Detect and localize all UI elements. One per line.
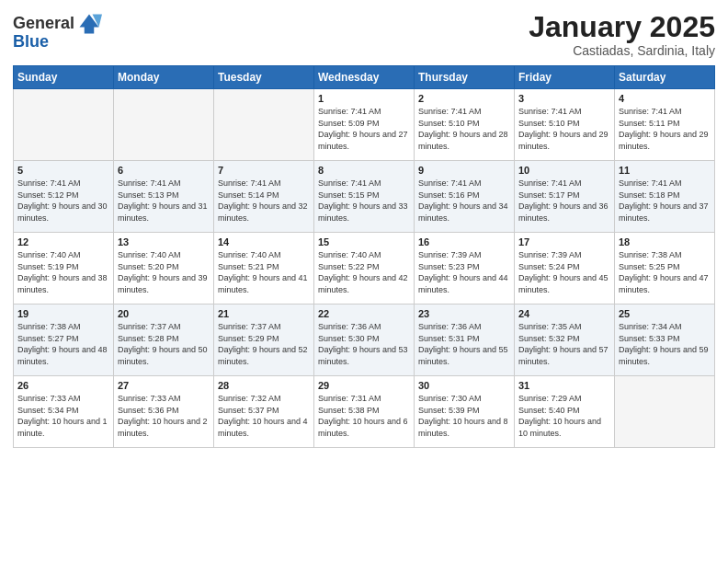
calendar-cell: 10Sunrise: 7:41 AM Sunset: 5:17 PM Dayli… (515, 161, 615, 233)
calendar-cell: 17Sunrise: 7:39 AM Sunset: 5:24 PM Dayli… (515, 233, 615, 304)
weekday-header-thursday: Thursday (415, 66, 515, 89)
day-info: Sunrise: 7:41 AM Sunset: 5:10 PM Dayligh… (518, 106, 610, 152)
day-info: Sunrise: 7:36 AM Sunset: 5:31 PM Dayligh… (418, 321, 510, 367)
weekday-header-row: SundayMondayTuesdayWednesdayThursdayFrid… (14, 66, 715, 89)
calendar-cell: 16Sunrise: 7:39 AM Sunset: 5:23 PM Dayli… (415, 233, 515, 304)
day-info: Sunrise: 7:35 AM Sunset: 5:32 PM Dayligh… (518, 321, 610, 367)
logo-icon (76, 11, 102, 37)
weekday-header-sunday: Sunday (14, 66, 114, 89)
day-number: 3 (518, 93, 610, 104)
day-info: Sunrise: 7:41 AM Sunset: 5:13 PM Dayligh… (118, 178, 210, 224)
day-number: 18 (619, 236, 711, 247)
day-info: Sunrise: 7:41 AM Sunset: 5:17 PM Dayligh… (518, 178, 610, 224)
day-info: Sunrise: 7:39 AM Sunset: 5:23 PM Dayligh… (418, 249, 510, 295)
day-number: 24 (518, 308, 610, 319)
calendar-cell: 7Sunrise: 7:41 AM Sunset: 5:14 PM Daylig… (214, 161, 314, 233)
title-block: January 2025 Castiadas, Sardinia, Italy (529, 11, 715, 58)
calendar-week-row: 26Sunrise: 7:33 AM Sunset: 5:34 PM Dayli… (14, 376, 715, 448)
day-number: 25 (619, 308, 711, 319)
day-info: Sunrise: 7:40 AM Sunset: 5:22 PM Dayligh… (318, 249, 410, 295)
calendar-cell: 12Sunrise: 7:40 AM Sunset: 5:19 PM Dayli… (14, 233, 114, 304)
calendar-cell: 11Sunrise: 7:41 AM Sunset: 5:18 PM Dayli… (615, 161, 715, 233)
calendar-cell: 28Sunrise: 7:32 AM Sunset: 5:37 PM Dayli… (214, 376, 314, 448)
logo-general-text: General (13, 15, 74, 33)
day-number: 23 (418, 308, 510, 319)
day-number: 16 (418, 236, 510, 247)
day-info: Sunrise: 7:32 AM Sunset: 5:37 PM Dayligh… (218, 393, 310, 439)
calendar-cell: 3Sunrise: 7:41 AM Sunset: 5:10 PM Daylig… (515, 89, 615, 161)
calendar-cell: 21Sunrise: 7:37 AM Sunset: 5:29 PM Dayli… (214, 304, 314, 376)
day-number: 4 (619, 93, 711, 104)
day-number: 11 (619, 165, 711, 176)
calendar-cell: 9Sunrise: 7:41 AM Sunset: 5:16 PM Daylig… (415, 161, 515, 233)
calendar-cell: 4Sunrise: 7:41 AM Sunset: 5:11 PM Daylig… (615, 89, 715, 161)
day-number: 28 (218, 380, 310, 391)
day-number: 12 (17, 236, 109, 247)
calendar-cell (14, 89, 114, 161)
day-info: Sunrise: 7:41 AM Sunset: 5:10 PM Dayligh… (418, 106, 510, 152)
day-info: Sunrise: 7:39 AM Sunset: 5:24 PM Dayligh… (518, 249, 610, 295)
day-info: Sunrise: 7:41 AM Sunset: 5:11 PM Dayligh… (619, 106, 711, 152)
day-info: Sunrise: 7:41 AM Sunset: 5:18 PM Dayligh… (619, 178, 711, 224)
page: General Blue January 2025 Castiadas, Sar… (0, 0, 728, 563)
day-info: Sunrise: 7:40 AM Sunset: 5:20 PM Dayligh… (118, 249, 210, 295)
calendar-cell: 8Sunrise: 7:41 AM Sunset: 5:15 PM Daylig… (314, 161, 415, 233)
calendar-cell: 15Sunrise: 7:40 AM Sunset: 5:22 PM Dayli… (314, 233, 415, 304)
calendar-cell (214, 89, 314, 161)
calendar-week-row: 5Sunrise: 7:41 AM Sunset: 5:12 PM Daylig… (14, 161, 715, 233)
day-info: Sunrise: 7:34 AM Sunset: 5:33 PM Dayligh… (619, 321, 711, 367)
day-info: Sunrise: 7:31 AM Sunset: 5:38 PM Dayligh… (318, 393, 410, 439)
day-number: 6 (118, 165, 210, 176)
day-info: Sunrise: 7:41 AM Sunset: 5:16 PM Dayligh… (418, 178, 510, 224)
day-info: Sunrise: 7:40 AM Sunset: 5:21 PM Dayligh… (218, 249, 310, 295)
day-number: 5 (17, 165, 109, 176)
day-info: Sunrise: 7:36 AM Sunset: 5:30 PM Dayligh… (318, 321, 410, 367)
calendar-cell: 23Sunrise: 7:36 AM Sunset: 5:31 PM Dayli… (415, 304, 515, 376)
calendar-cell: 1Sunrise: 7:41 AM Sunset: 5:09 PM Daylig… (314, 89, 415, 161)
day-info: Sunrise: 7:33 AM Sunset: 5:34 PM Dayligh… (17, 393, 109, 439)
day-number: 1 (318, 93, 410, 104)
calendar-cell: 31Sunrise: 7:29 AM Sunset: 5:40 PM Dayli… (515, 376, 615, 448)
month-title: January 2025 (529, 11, 715, 43)
day-number: 7 (218, 165, 310, 176)
calendar-cell: 29Sunrise: 7:31 AM Sunset: 5:38 PM Dayli… (314, 376, 415, 448)
day-info: Sunrise: 7:30 AM Sunset: 5:39 PM Dayligh… (418, 393, 510, 439)
weekday-header-wednesday: Wednesday (314, 66, 415, 89)
day-number: 30 (418, 380, 510, 391)
day-number: 10 (518, 165, 610, 176)
weekday-header-monday: Monday (114, 66, 214, 89)
day-info: Sunrise: 7:40 AM Sunset: 5:19 PM Dayligh… (17, 249, 109, 295)
day-number: 17 (518, 236, 610, 247)
calendar-week-row: 19Sunrise: 7:38 AM Sunset: 5:27 PM Dayli… (14, 304, 715, 376)
day-number: 22 (318, 308, 410, 319)
day-info: Sunrise: 7:38 AM Sunset: 5:27 PM Dayligh… (17, 321, 109, 367)
day-info: Sunrise: 7:41 AM Sunset: 5:09 PM Dayligh… (318, 106, 410, 152)
calendar-cell (615, 376, 715, 448)
day-number: 8 (318, 165, 410, 176)
day-info: Sunrise: 7:38 AM Sunset: 5:25 PM Dayligh… (619, 249, 711, 295)
calendar-cell: 30Sunrise: 7:30 AM Sunset: 5:39 PM Dayli… (415, 376, 515, 448)
day-number: 21 (218, 308, 310, 319)
calendar-week-row: 1Sunrise: 7:41 AM Sunset: 5:09 PM Daylig… (14, 89, 715, 161)
calendar-cell: 26Sunrise: 7:33 AM Sunset: 5:34 PM Dayli… (14, 376, 114, 448)
calendar-cell: 2Sunrise: 7:41 AM Sunset: 5:10 PM Daylig… (415, 89, 515, 161)
calendar-cell: 25Sunrise: 7:34 AM Sunset: 5:33 PM Dayli… (615, 304, 715, 376)
day-number: 9 (418, 165, 510, 176)
day-number: 27 (118, 380, 210, 391)
day-number: 29 (318, 380, 410, 391)
calendar-cell: 27Sunrise: 7:33 AM Sunset: 5:36 PM Dayli… (114, 376, 214, 448)
day-number: 26 (17, 380, 109, 391)
day-info: Sunrise: 7:37 AM Sunset: 5:29 PM Dayligh… (218, 321, 310, 367)
day-number: 20 (118, 308, 210, 319)
logo-blue-text: Blue (13, 33, 49, 52)
weekday-header-tuesday: Tuesday (214, 66, 314, 89)
calendar-cell: 19Sunrise: 7:38 AM Sunset: 5:27 PM Dayli… (14, 304, 114, 376)
day-info: Sunrise: 7:41 AM Sunset: 5:14 PM Dayligh… (218, 178, 310, 224)
logo: General Blue (13, 11, 102, 52)
day-info: Sunrise: 7:37 AM Sunset: 5:28 PM Dayligh… (118, 321, 210, 367)
day-number: 14 (218, 236, 310, 247)
calendar-cell: 22Sunrise: 7:36 AM Sunset: 5:30 PM Dayli… (314, 304, 415, 376)
day-info: Sunrise: 7:41 AM Sunset: 5:12 PM Dayligh… (17, 178, 109, 224)
location-subtitle: Castiadas, Sardinia, Italy (529, 43, 715, 58)
calendar-cell: 6Sunrise: 7:41 AM Sunset: 5:13 PM Daylig… (114, 161, 214, 233)
